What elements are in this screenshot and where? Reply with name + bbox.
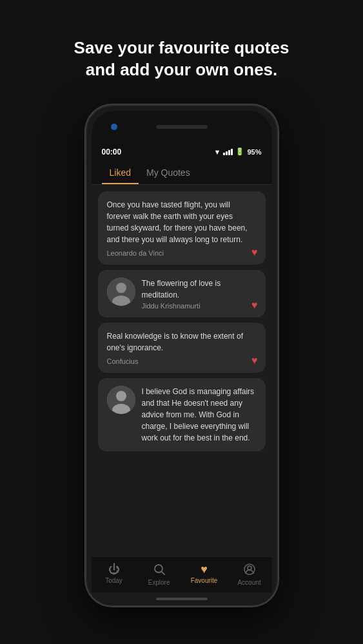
status-bar: 00:00 ▼ 🔋 95%: [92, 143, 272, 161]
quote-text-4: I believe God is managing affairs and th…: [142, 386, 257, 444]
heart-icon-1[interactable]: ♥: [251, 247, 258, 258]
explore-icon: [153, 564, 165, 577]
quote-author-3: Confucius: [107, 357, 257, 365]
home-indicator: [156, 598, 208, 600]
phone-screen: 00:00 ▼ 🔋 95%: [92, 111, 272, 592]
account-icon: [244, 564, 255, 577]
status-icons: ▼ 🔋 95%: [214, 147, 262, 156]
tab-liked[interactable]: Liked: [102, 161, 139, 184]
account-label: Account: [237, 579, 260, 586]
battery-icon: 🔋: [235, 147, 244, 156]
heart-icon-2[interactable]: ♥: [251, 299, 258, 311]
phone-bottom: [86, 592, 277, 605]
heart-icon-3[interactable]: ♥: [251, 355, 258, 366]
quote-card-3: Real knowledge is to know the extent of …: [98, 323, 266, 373]
svg-line-7: [162, 572, 164, 574]
quote-author-1: Leonardo da Vinci: [107, 249, 257, 257]
favourite-label: Favourite: [191, 577, 218, 584]
explore-label: Explore: [148, 579, 170, 586]
tab-my-quotes[interactable]: My Quotes: [139, 161, 198, 184]
phone-frame: 00:00 ▼ 🔋 95%: [85, 104, 279, 607]
svg-point-1: [116, 283, 126, 293]
svg-point-6: [155, 565, 162, 573]
svg-point-4: [116, 391, 126, 401]
page-title: Save your favourite quotes and add your …: [32, 18, 331, 94]
quote-card-4: I believe God is managing affairs and th…: [98, 378, 266, 451]
quote-row-2: The flowering of love is meditation. Jid…: [107, 278, 257, 310]
favourite-icon: ♥: [201, 564, 208, 575]
phone-top-bar: [92, 111, 272, 143]
header-section: Save your favourite quotes and add your …: [0, 0, 363, 104]
quote-card-1: Once you have tasted flight, you will fo…: [98, 191, 266, 265]
avatar-2: [107, 278, 135, 306]
bottom-nav: ⏻ Today Explore ♥ Favourite: [92, 557, 272, 592]
avatar-image-4: [107, 386, 135, 414]
nav-explore[interactable]: Explore: [137, 561, 182, 589]
quote-content-4: I believe God is managing affairs and th…: [142, 386, 257, 444]
status-time: 00:00: [102, 147, 122, 156]
today-label: Today: [105, 577, 123, 584]
quotes-list: Once you have tasted flight, you will fo…: [92, 185, 272, 557]
speaker-bar: [156, 125, 208, 129]
nav-account[interactable]: Account: [227, 561, 272, 589]
quote-card-2: The flowering of love is meditation. Jid…: [98, 270, 266, 317]
nav-favourite[interactable]: ♥ Favourite: [182, 561, 227, 589]
svg-point-9: [248, 566, 251, 570]
signal-icon: [223, 149, 233, 155]
quote-author-2: Jiddu Krishnamurti: [142, 302, 257, 310]
battery-percentage: 95%: [247, 148, 261, 156]
camera-dot: [111, 124, 117, 130]
quote-text-2: The flowering of love is meditation.: [142, 278, 257, 301]
quote-content-2: The flowering of love is meditation. Jid…: [142, 278, 257, 310]
quote-text-3: Real knowledge is to know the extent of …: [107, 330, 257, 354]
content-tabs: Liked My Quotes: [92, 161, 272, 185]
avatar-image-2: [107, 278, 135, 306]
nav-today[interactable]: ⏻ Today: [92, 561, 137, 589]
today-icon: ⏻: [108, 564, 120, 575]
wifi-icon: ▼: [214, 148, 221, 156]
phone-mockup: 00:00 ▼ 🔋 95%: [82, 104, 282, 644]
quote-text-1: Once you have tasted flight, you will fo…: [107, 199, 257, 245]
avatar-4: [107, 386, 135, 414]
